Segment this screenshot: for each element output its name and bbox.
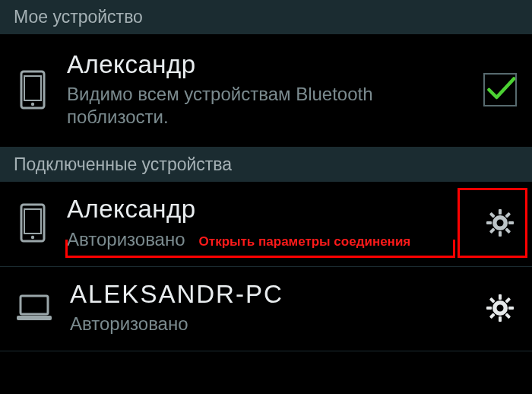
svg-rect-10 bbox=[505, 212, 511, 218]
laptop-icon bbox=[15, 293, 53, 323]
paired-device-row[interactable]: ALEKSANDR-PC Авторизовано bbox=[0, 267, 532, 351]
svg-rect-13 bbox=[505, 228, 511, 234]
section-header-my-device: Мое устройство bbox=[0, 0, 532, 34]
svg-rect-18 bbox=[499, 294, 502, 300]
device-settings-button[interactable] bbox=[483, 291, 517, 325]
paired-device-name: ALEKSANDR-PC bbox=[70, 281, 461, 308]
svg-rect-17 bbox=[17, 316, 52, 320]
svg-point-2 bbox=[31, 103, 34, 106]
paired-device-status: Авторизовано bbox=[67, 228, 185, 251]
gear-icon bbox=[485, 293, 515, 323]
svg-rect-8 bbox=[486, 221, 492, 224]
svg-point-5 bbox=[31, 236, 34, 239]
svg-rect-1 bbox=[24, 76, 41, 100]
svg-rect-22 bbox=[505, 297, 511, 303]
svg-rect-24 bbox=[489, 297, 496, 303]
paired-device-row[interactable]: Александр Авторизовано Открыть параметры… bbox=[0, 182, 532, 266]
svg-rect-4 bbox=[24, 209, 41, 234]
section-header-paired: Подключенные устройства bbox=[0, 148, 532, 182]
svg-rect-20 bbox=[486, 307, 492, 310]
svg-rect-19 bbox=[499, 316, 502, 322]
visibility-checkbox[interactable] bbox=[483, 73, 517, 106]
svg-rect-9 bbox=[508, 221, 514, 224]
my-device-name: Александр bbox=[67, 51, 461, 78]
svg-rect-23 bbox=[489, 313, 496, 319]
svg-rect-12 bbox=[489, 212, 496, 218]
gear-icon bbox=[485, 208, 515, 238]
paired-device-status: Авторизовано bbox=[70, 313, 461, 335]
annotation-text: Открыть параметры соединения bbox=[199, 234, 411, 249]
device-settings-button[interactable] bbox=[483, 206, 517, 240]
my-device-row[interactable]: Александр Видимо всем устройствам Blueto… bbox=[0, 34, 532, 148]
svg-point-27 bbox=[497, 304, 504, 311]
checkmark-icon bbox=[485, 73, 515, 106]
my-device-status: Видимо всем устройствам Bluetooth поблиз… bbox=[67, 83, 461, 129]
paired-device-name: Александр bbox=[67, 195, 461, 223]
svg-rect-11 bbox=[489, 228, 496, 234]
svg-rect-25 bbox=[505, 313, 511, 319]
svg-point-15 bbox=[497, 220, 504, 227]
phone-icon bbox=[15, 70, 50, 110]
svg-rect-21 bbox=[508, 307, 514, 310]
svg-rect-6 bbox=[499, 209, 502, 214]
phone-icon bbox=[15, 203, 50, 243]
svg-rect-16 bbox=[21, 296, 48, 314]
svg-rect-7 bbox=[499, 231, 502, 237]
